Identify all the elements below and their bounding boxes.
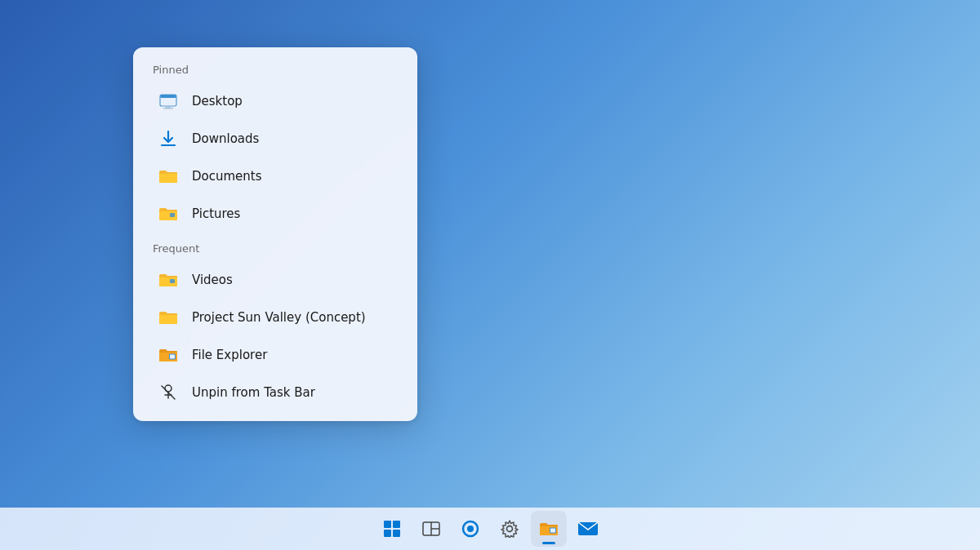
folder-documents-icon (158, 166, 179, 187)
menu-item-pictures-label: Pictures (192, 206, 240, 221)
taskbar-settings-button[interactable] (492, 511, 528, 547)
menu-item-downloads-label: Downloads (192, 131, 259, 146)
file-explorer-icon (158, 344, 179, 366)
menu-item-file-explorer-label: File Explorer (192, 348, 267, 362)
svg-rect-3 (163, 108, 173, 109)
menu-item-project-sun-valley-label: Project Sun Valley (Concept) (192, 310, 366, 325)
taskbar-snap-button[interactable] (413, 511, 449, 547)
taskbar-search-button[interactable] (452, 511, 488, 547)
folder-videos-icon (158, 269, 179, 291)
menu-item-pictures[interactable]: Pictures (138, 195, 412, 233)
cortana-icon (461, 519, 480, 539)
folder-pictures-icon (158, 203, 179, 224)
svg-point-19 (507, 526, 513, 532)
taskbar-mail-button[interactable] (570, 511, 606, 547)
desktop-icon (158, 91, 179, 112)
svg-rect-7 (170, 279, 175, 283)
menu-item-documents-label: Documents (192, 169, 262, 184)
folder-project-icon (158, 307, 179, 328)
svg-rect-1 (160, 95, 176, 98)
menu-item-desktop-label: Desktop (192, 94, 243, 109)
pinned-section-label: Pinned (133, 60, 417, 82)
svg-rect-6 (170, 213, 175, 217)
file-explorer-taskbar-icon (538, 520, 559, 538)
taskbar-start-button[interactable] (374, 511, 410, 547)
menu-item-videos[interactable]: Videos (138, 261, 412, 299)
unpin-icon (158, 382, 179, 403)
svg-rect-2 (166, 106, 171, 108)
menu-item-videos-label: Videos (192, 273, 233, 287)
mail-icon (577, 521, 599, 537)
menu-item-documents[interactable]: Documents (138, 157, 412, 195)
menu-item-unpin[interactable]: Unpin from Task Bar (138, 374, 412, 411)
taskbar (0, 508, 980, 550)
svg-rect-9 (170, 355, 175, 359)
menu-item-desktop[interactable]: Desktop (138, 82, 412, 120)
snap-icon (422, 521, 440, 536)
gear-icon (501, 520, 519, 538)
menu-item-file-explorer[interactable]: File Explorer (138, 336, 412, 374)
windows-icon (384, 521, 400, 537)
svg-rect-21 (550, 529, 555, 533)
menu-item-project-sun-valley[interactable]: Project Sun Valley (Concept) (138, 299, 412, 336)
taskbar-file-explorer-button[interactable] (531, 511, 567, 547)
menu-item-unpin-label: Unpin from Task Bar (192, 385, 315, 400)
download-icon (158, 128, 179, 149)
context-menu: Pinned Desktop Downloads (133, 47, 417, 421)
frequent-section-label: Frequent (133, 239, 417, 261)
menu-item-downloads[interactable]: Downloads (138, 120, 412, 157)
svg-point-18 (467, 526, 474, 532)
